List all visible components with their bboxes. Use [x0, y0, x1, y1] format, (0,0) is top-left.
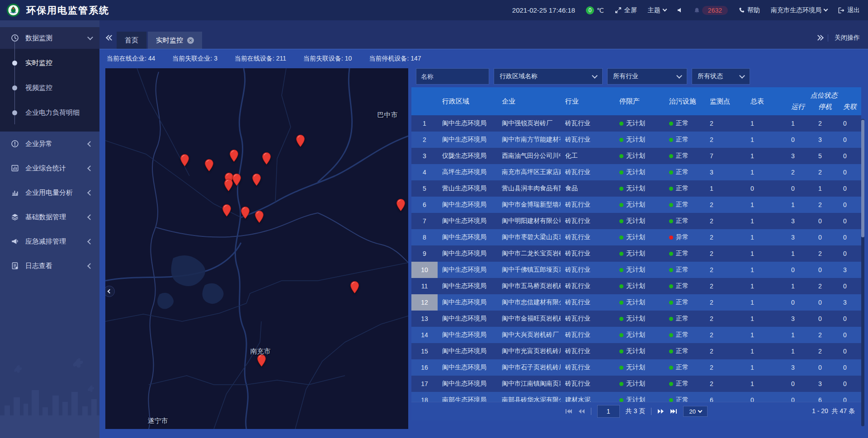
map-marker-pin[interactable] [180, 154, 189, 167]
notifications-button[interactable]: 2632 [694, 6, 728, 15]
sidebar-item-日志查看[interactable]: 日志查看 [0, 254, 99, 278]
table-row[interactable]: 2阆中生态环境局阆中市南方节能建材有砖瓦行业无计划正常21030 [411, 132, 861, 148]
map-marker-pin[interactable] [229, 149, 239, 162]
tabs-scroll-left-icon[interactable] [107, 36, 112, 40]
cell-meter: 1 [746, 299, 787, 306]
map-marker-pin[interactable] [252, 173, 261, 186]
cell-offline: 0 [839, 201, 861, 208]
table-row[interactable]: 16阆中生态环境局阆中市石子页岩机砖厂砖瓦行业无计划正常21300 [411, 359, 861, 376]
sidebar-item-实时监控[interactable]: 实时监控 [0, 51, 99, 75]
sound-button[interactable] [677, 7, 683, 13]
table-row[interactable]: 17阆中生态环境局阆中市江南镇阆南页岩砖瓦行业无计划正常21030 [411, 376, 861, 392]
logout-button[interactable]: 退出 [838, 6, 860, 14]
sidebar-item-企业用电量分析[interactable]: 企业用电量分析 [0, 180, 99, 205]
table-row[interactable]: 4高坪生态环境局南充市高坪区王家店建砖瓦行业无计划正常31220 [411, 164, 861, 180]
table-row[interactable]: 12阆中生态环境局阆中市忠信建材有限公砖瓦行业无计划正常21003 [411, 294, 861, 311]
table-row[interactable]: 18南部生态环境局南部县砖华水泥有限公建材水泥无计划正常60060 [411, 392, 861, 402]
cell-points: 2 [705, 331, 746, 339]
cell-points: 2 [705, 250, 746, 257]
cell-facility-status: 正常 [665, 136, 705, 144]
table-row[interactable]: 1阆中生态环境局阆中强锐页岩砖厂砖瓦行业无计划正常21120 [411, 115, 861, 132]
row-number: 15 [411, 343, 438, 359]
status-dot-icon [669, 122, 673, 126]
table-row[interactable]: 13阆中生态环境局阆中市金福旺页岩机砖砖瓦行业无计划正常21300 [411, 311, 861, 327]
sidebar-item-企业电力负荷明细[interactable]: 企业电力负荷明细 [0, 100, 99, 125]
cell-company: 阆中市光富页岩机砖厂 [497, 347, 561, 355]
sidebar-item-企业异常[interactable]: 企业异常 [0, 132, 99, 156]
sidebar-item-应急减排管理[interactable]: 应急减排管理 [0, 229, 99, 254]
map-marker-pin[interactable] [296, 134, 305, 147]
cell-stop: 2 [814, 283, 839, 290]
table-row[interactable]: 9阆中生态环境局阆中市二龙长宝页岩砖砖瓦行业无计划正常21120 [411, 245, 861, 262]
cell-industry: 砖瓦行业 [561, 331, 615, 339]
user-menu-button[interactable]: 南充市生态环境局 [771, 6, 827, 14]
tab-home[interactable]: 首页 [117, 32, 146, 49]
table-row[interactable]: 7阆中生态环境局阆中明阳建材有限公司砖瓦行业无计划正常21300 [411, 213, 861, 229]
map-city-label: 巴中市 [377, 111, 398, 119]
cell-run: 2 [787, 169, 814, 176]
status-filter-select[interactable]: 所有状态 [692, 68, 750, 85]
cell-company: 阆中市南方节能建材有 [497, 136, 561, 144]
close-operations-button[interactable]: 关闭操作 [835, 34, 860, 42]
cell-run: 0 [787, 380, 814, 387]
table-row[interactable]: 8阆中生态环境局阆中市枣碧大梁山页岩砖瓦行业无计划异常21300 [411, 229, 861, 245]
next-page-icon[interactable] [657, 409, 664, 414]
cell-region: 阆中生态环境局 [438, 363, 497, 372]
table-scrollbar[interactable] [861, 119, 864, 426]
tab-realtime-monitor[interactable]: 实时监控 ✕ [148, 32, 202, 49]
row-number: 17 [411, 376, 438, 392]
sidebar-item-基础数据管理[interactable]: 基础数据管理 [0, 205, 99, 229]
pagination-range: 1 - 20 共 47 条 [812, 407, 855, 415]
table-row[interactable]: 11阆中生态环境局阆中市五马桥页岩机砖砖瓦行业无计划正常21120 [411, 278, 861, 294]
sidebar-item-数据监测[interactable]: 数据监测 [0, 27, 99, 49]
table-row[interactable]: 10阆中生态环境局阆中千佛镇五郎垭页岩砖瓦行业无计划正常21003 [411, 262, 861, 278]
page-number-input[interactable] [597, 405, 620, 418]
sidebar-submenu: 实时监控视频监控企业电力负荷明细 [0, 49, 99, 132]
cell-stop: 2 [814, 201, 839, 208]
sidebar-item-企业综合统计[interactable]: 企业综合统计 [0, 156, 99, 180]
map-marker-pin[interactable] [204, 159, 214, 172]
page-title: 环保用电监管系统 [26, 4, 109, 17]
row-number: 13 [411, 311, 438, 327]
table-row[interactable]: 6阆中生态环境局阆中市金博瑞新型墙材砖瓦行业无计划正常21120 [411, 197, 861, 213]
table-row[interactable]: 3仪陇生态环境局西南油气田分公司川中化工无计划正常71350 [411, 148, 861, 164]
chevron-left-icon [87, 141, 93, 147]
map-panel[interactable]: 巴中市南充市遂宁市 [105, 68, 408, 429]
tabs-scroll-right-icon[interactable] [816, 36, 821, 40]
industry-filter-select[interactable]: 所有行业 [607, 68, 687, 85]
map-marker-pin[interactable] [257, 354, 266, 367]
table-row[interactable]: 14阆中生态环境局阆中大兴页岩机砖厂砖瓦行业无计划正常21120 [411, 327, 861, 343]
prev-page-icon[interactable] [578, 409, 585, 414]
map-marker-pin[interactable] [232, 173, 241, 186]
table-row[interactable]: 15阆中生态环境局阆中市光富页岩机砖厂砖瓦行业无计划正常21120 [411, 343, 861, 359]
name-filter-input[interactable] [416, 68, 489, 85]
cell-points: 2 [705, 120, 746, 127]
cell-industry: 砖瓦行业 [561, 298, 615, 306]
map-marker-pin[interactable] [255, 210, 264, 223]
cell-facility-status: 正常 [665, 119, 705, 127]
cell-run: 1 [787, 331, 814, 339]
region-filter-select[interactable]: 行政区域名称 [494, 68, 603, 85]
fullscreen-button[interactable]: 全屏 [615, 6, 637, 14]
first-page-icon[interactable] [565, 409, 572, 414]
map-marker-pin[interactable] [241, 206, 250, 219]
map-marker-pin[interactable] [262, 152, 271, 165]
cell-limit-status: 无计划 [615, 266, 665, 274]
sidebar-item-视频监控[interactable]: 视频监控 [0, 75, 99, 100]
map-marker-pin[interactable] [224, 179, 233, 192]
status-dot-icon [619, 170, 623, 174]
theme-menu-button[interactable]: 主题 [648, 6, 666, 14]
map-marker-pin[interactable] [350, 281, 359, 294]
cell-meter: 1 [746, 136, 787, 143]
scrollbar-thumb[interactable] [861, 120, 864, 237]
help-button[interactable]: 帮助 [739, 6, 760, 14]
table-row[interactable]: 5营山生态环境局营山县润丰肉食品有限食品无计划正常10010 [411, 180, 861, 197]
map-marker-pin[interactable] [222, 204, 231, 217]
tab-close-icon[interactable]: ✕ [187, 37, 194, 44]
last-page-icon[interactable] [670, 409, 677, 414]
cell-meter: 1 [746, 315, 787, 322]
chevron-down-icon [676, 73, 682, 79]
map-marker-pin[interactable] [396, 198, 406, 212]
page-size-select[interactable]: 20 [683, 406, 708, 417]
status-dot-icon [669, 154, 673, 158]
